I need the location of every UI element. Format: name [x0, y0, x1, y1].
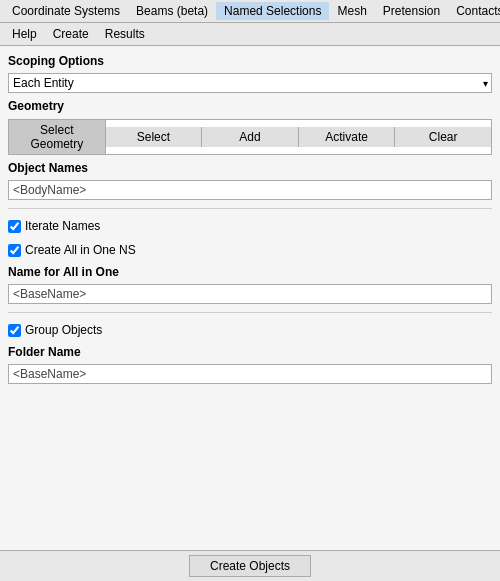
geometry-section: Geometry Select Geometry Select Add Acti… — [8, 99, 492, 155]
name-all-in-one-input[interactable] — [8, 284, 492, 304]
group-objects-row: Group Objects — [8, 321, 492, 339]
bottom-bar: Create Objects — [0, 550, 500, 581]
object-names-input[interactable] — [8, 180, 492, 200]
menu-named-selections[interactable]: Named Selections — [216, 2, 329, 20]
folder-name-section: Folder Name — [8, 345, 492, 384]
scoping-options-header: Scoping Options — [8, 54, 492, 68]
folder-name-header: Folder Name — [8, 345, 492, 359]
menu-beams-beta[interactable]: Beams (beta) — [128, 2, 216, 20]
folder-name-input[interactable] — [8, 364, 492, 384]
select-geometry-button[interactable]: Select Geometry — [9, 120, 106, 154]
iterate-names-label: Iterate Names — [25, 219, 100, 233]
select-button[interactable]: Select — [106, 127, 203, 147]
submenu-bar: Help Create Results — [0, 23, 500, 46]
submenu-help[interactable]: Help — [4, 25, 45, 43]
group-objects-label: Group Objects — [25, 323, 102, 337]
menu-mesh[interactable]: Mesh — [329, 2, 374, 20]
geometry-header: Geometry — [8, 99, 492, 113]
clear-button[interactable]: Clear — [395, 127, 491, 147]
activate-button[interactable]: Activate — [299, 127, 396, 147]
iterate-names-row: Iterate Names — [8, 217, 492, 235]
create-all-in-one-ns-label: Create All in One NS — [25, 243, 136, 257]
submenu-create[interactable]: Create — [45, 25, 97, 43]
scoping-options-section: Scoping Options Each Entity All Entities — [8, 54, 492, 93]
name-all-in-one-header: Name for All in One — [8, 265, 492, 279]
create-all-in-one-ns-checkbox[interactable] — [8, 244, 21, 257]
geometry-buttons-row: Select Geometry Select Add Activate Clea… — [8, 119, 492, 155]
divider-1 — [8, 208, 492, 209]
main-content: Scoping Options Each Entity All Entities… — [0, 46, 500, 550]
group-objects-checkbox[interactable] — [8, 324, 21, 337]
scoping-dropdown[interactable]: Each Entity All Entities — [8, 73, 492, 93]
add-button[interactable]: Add — [202, 127, 299, 147]
menu-pretension[interactable]: Pretension — [375, 2, 448, 20]
divider-2 — [8, 312, 492, 313]
scoping-dropdown-wrapper: Each Entity All Entities — [8, 73, 492, 93]
menu-bar: Coordinate Systems Beams (beta) Named Se… — [0, 0, 500, 23]
name-all-in-one-section: Name for All in One — [8, 265, 492, 304]
object-names-header: Object Names — [8, 161, 492, 175]
create-all-in-one-ns-row: Create All in One NS — [8, 241, 492, 259]
iterate-names-checkbox[interactable] — [8, 220, 21, 233]
menu-contacts[interactable]: Contacts — [448, 2, 500, 20]
create-objects-button[interactable]: Create Objects — [189, 555, 311, 577]
submenu-results[interactable]: Results — [97, 25, 153, 43]
object-names-section: Object Names — [8, 161, 492, 200]
menu-coordinate-systems[interactable]: Coordinate Systems — [4, 2, 128, 20]
